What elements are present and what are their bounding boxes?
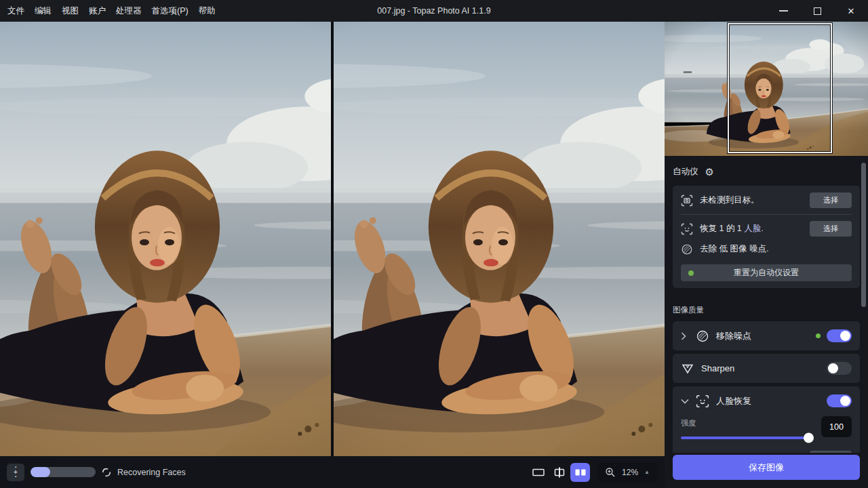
remove-noise-card: 移除噪点 [673,321,860,350]
zoom-level-value: 12% [622,468,638,477]
face-recovery-icon [696,394,709,408]
before-image[interactable] [0,22,331,456]
single-view-icon [532,467,545,478]
menubar: 文件 编辑 视图 账户 处理器 首选项(P) 帮助 [0,5,216,17]
window-controls: ✕ [766,0,868,22]
chevron-down-icon [681,399,689,404]
gear-icon[interactable]: ⚙ [705,167,714,177]
autopilot-card: 未检测到目标。 选择 恢复 1 的 1 [673,186,860,288]
face-select-button[interactable]: 选择 [810,451,852,453]
remove-noise-toggle[interactable] [827,329,852,342]
remove-noise-icon [696,329,709,343]
face-recovery-toggle[interactable] [827,394,852,407]
strength-value-input[interactable]: 100 [821,416,852,437]
strength-label: 强度 [681,418,812,428]
canvas-column: ▪+▪ Recovering Faces [0,22,665,488]
zoom-dropdown-caret-icon[interactable]: ▲ [644,469,650,475]
navigator-viewport[interactable] [728,23,832,153]
image-comparison-canvas [0,22,665,456]
sharpen-label: Sharpen [701,363,734,373]
image-quality-title: 图像质量 [673,305,860,315]
reset-to-autopilot-button[interactable]: 重置为自动仪设置 [681,264,852,281]
zoom-in-icon [605,467,616,478]
status-bar: ▪+▪ Recovering Faces [0,456,665,488]
maximize-button[interactable] [800,0,834,22]
titlebar: 文件 编辑 视图 账户 处理器 首选项(P) 帮助 007.jpg - Topa… [0,0,868,22]
face-recovery-header[interactable]: 人脸恢复 [673,386,860,415]
zoom-control[interactable]: 12% ▲ [597,463,658,482]
divider [681,214,852,215]
sharpen-card: Sharpen [673,354,860,383]
sharpen-toggle[interactable] [827,362,852,375]
menu-edit[interactable]: 编辑 [35,5,52,17]
face-recovery-card: 人脸恢复 强度 [673,386,860,453]
remove-noise-header[interactable]: 移除噪点 [673,321,860,350]
menu-account[interactable]: 账户 [89,5,106,17]
remove-noise-label: 移除噪点 [716,330,751,342]
save-bar: 保存图像 [665,453,868,488]
toggle-knob [840,396,850,406]
face-recovery-row: 恢复 1 的 1 人脸. 选择 [681,221,852,237]
face-recovery-label: 人脸恢复 [716,395,751,407]
autopilot-status-dot [688,270,694,276]
view-controls: 12% ▲ [527,463,658,482]
noise-icon [681,243,693,256]
window-title: 007.jpg - Topaz Photo AI 1.1.9 [377,6,490,16]
sharpen-header[interactable]: Sharpen [673,354,860,383]
app-window: 文件 编辑 视图 账户 处理器 首选项(P) 帮助 007.jpg - Topa… [0,0,868,488]
settings-scroll-area: 自动仪 ⚙ 未检测到目标。 选择 [665,156,868,453]
strength-slider[interactable] [681,436,812,439]
autopilot-title: 自动仪 [673,166,698,178]
face-detect-icon [681,223,693,235]
face-count-link[interactable]: 人脸. [744,224,763,233]
denoise-summary-text: 去除 低 图像 噪点. [700,243,768,255]
active-status-dot [816,333,821,338]
close-icon: ✕ [848,7,855,16]
processing-status-text: Recovering Faces [117,468,186,477]
strength-slider-fill [681,436,812,439]
strength-slider-thumb[interactable] [804,433,814,443]
split-view-button[interactable] [549,463,569,482]
menu-preferences[interactable]: 首选项(P) [152,5,189,17]
side-by-side-view-button[interactable] [570,463,590,482]
no-target-text: 未检测到目标。 [700,195,760,206]
navigator-thumbnail[interactable] [665,22,868,156]
minimize-icon [779,10,788,12]
progress-fill [31,467,50,477]
maximize-icon [814,7,821,15]
sharpen-icon [681,362,694,375]
progress-bar [31,467,96,477]
face-recovery-text: 恢复 1 的 1 人脸. [700,223,764,235]
dot-icon: ▪ [15,475,16,479]
menu-help[interactable]: 帮助 [199,5,216,17]
select-faces-button[interactable]: 选择 [810,221,852,237]
chevron-right-icon [681,332,689,340]
after-image[interactable] [334,22,665,456]
toggle-knob [840,331,850,341]
menu-view[interactable]: 视图 [62,5,79,17]
split-view-icon [553,467,566,478]
menu-processor[interactable]: 处理器 [116,5,142,17]
spinner-icon [102,468,111,477]
settings-panel: 自动仪 ⚙ 未检测到目标。 选择 [665,22,868,488]
side-by-side-view-icon [574,467,587,478]
toggle-knob [828,363,838,373]
close-button[interactable]: ✕ [834,0,868,22]
select-subject-button[interactable]: 选择 [810,192,852,208]
single-view-button[interactable] [528,463,548,482]
no-target-row: 未检测到目标。 选择 [681,192,852,208]
save-image-button[interactable]: 保存图像 [673,455,860,480]
subject-detect-icon [681,195,693,207]
scrollbar-thumb[interactable] [861,163,866,307]
denoise-summary-row: 去除 低 图像 噪点. [681,241,852,257]
queue-menu-button[interactable]: ▪+▪ [7,464,24,481]
minimize-button[interactable] [766,0,800,22]
faces-selected-label: 1人脸选择 [681,453,721,453]
menu-file[interactable]: 文件 [7,5,24,17]
